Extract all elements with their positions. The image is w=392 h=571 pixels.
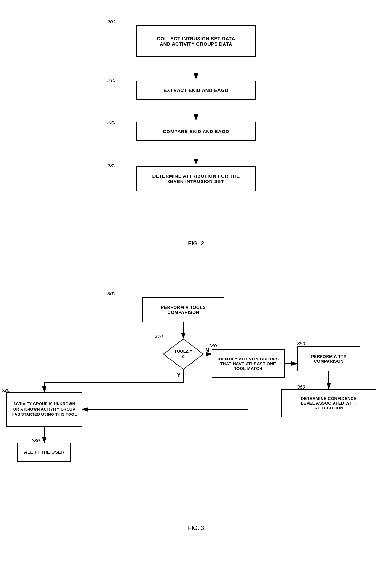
label-Y: Y <box>177 372 181 378</box>
box-230: DETERMINE ATTRIBUTION FOR THEGIVEN INTRU… <box>136 166 256 191</box>
box-360: DETERMINE CONFIDENCELEVEL ASSOCIATED WIT… <box>281 389 376 417</box>
box-330-text: ALERT THE USER <box>24 450 64 455</box>
box-330: ALERT THE USER <box>17 443 71 462</box>
box-350-text: PERFORM A TTPCOMPARISON <box>311 354 346 364</box>
box-230-text: DETERMINE ATTRIBUTION FOR THEGIVEN INTRU… <box>152 173 240 184</box>
label-N: N <box>205 348 209 353</box>
box-320-text: ACTIVITY GROUP IS UNKNOWNOR A KNOWN ACTI… <box>12 402 77 417</box>
ref-210: 210 <box>107 77 115 83</box>
fig3-diagram: 300 PERFORM A TOOLSCOMPARISON 310 TOOLΔ … <box>0 285 392 569</box>
ref-220: 220 <box>107 120 115 125</box>
diamond-310-text: TOOLΔ =0 <box>175 349 192 359</box>
box-300-text: PERFORM A TOOLSCOMPARISON <box>161 305 206 315</box>
box-200: COLLECT INTRUSION SET DATAAND ACTIVITY G… <box>136 25 256 57</box>
box-210: EXTRACT EKID AND EAGD <box>136 81 256 100</box>
ref-350: 350 <box>297 341 305 346</box>
ref-300: 300 <box>107 291 115 296</box>
fig2-label: FIG. 2 <box>177 240 215 247</box>
box-360-text: DETERMINE CONFIDENCELEVEL ASSOCIATED WIT… <box>301 396 357 410</box>
box-200-text: COLLECT INTRUSION SET DATAAND ACTIVITY G… <box>157 36 235 46</box>
box-210-text: EXTRACT EKID AND EAGD <box>164 88 229 93</box>
box-350: PERFORM A TTPCOMPARISON <box>297 346 360 371</box>
box-320: ACTIVITY GROUP IS UNKNOWNOR A KNOWN ACTI… <box>6 392 82 427</box>
ref-200: 200 <box>107 19 115 24</box>
diamond-310: TOOLΔ =0 <box>163 338 204 370</box>
box-220-text: COMPARE EKID AND EAGD <box>163 129 229 134</box>
box-340-text: IDENTIFY ACTIVITY GROUPSTHAT HAVE ATLEAS… <box>217 357 279 371</box>
ref-310: 310 <box>155 334 163 339</box>
box-220: COMPARE EKID AND EAGD <box>136 122 256 141</box>
box-300: PERFORM A TOOLSCOMPARISON <box>142 297 224 322</box>
ref-340: 340 <box>209 343 217 348</box>
fig3-label: FIG. 3 <box>177 525 215 531</box>
box-340: IDENTIFY ACTIVITY GROUPSTHAT HAVE ATLEAS… <box>212 349 285 378</box>
ref-230: 230 <box>107 163 115 168</box>
fig2-diagram: 200 COLLECT INTRUSION SET DATAAND ACTIVI… <box>0 0 392 275</box>
